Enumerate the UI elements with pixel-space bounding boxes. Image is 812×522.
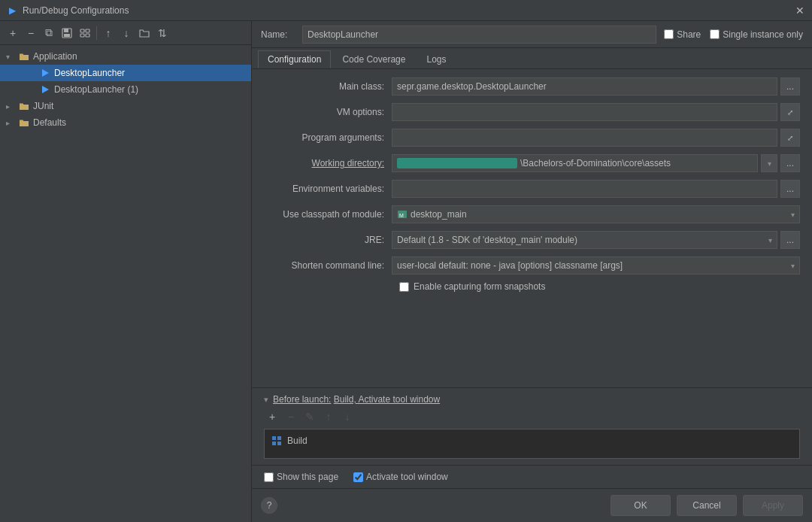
jre-label: JRE:: [264, 235, 392, 245]
enable-capturing-row: Enable capturing form snapshots: [264, 281, 800, 292]
svg-rect-6: [86, 34, 89, 37]
vm-options-input[interactable]: [392, 103, 777, 121]
svg-marker-7: [42, 69, 49, 77]
share-checkbox[interactable]: [664, 29, 674, 39]
working-dir-text: \Bachelors-of-Domination\core\assets: [520, 158, 671, 168]
name-label: Name:: [261, 29, 295, 40]
ok-button[interactable]: OK: [611, 495, 671, 516]
configuration-tree: ▾ Application DesktopLauncher: [0, 45, 251, 522]
before-launch-rest: Build, Activate tool window: [334, 394, 440, 405]
main-class-input-wrap: ...: [392, 77, 800, 96]
before-launch-underline: Before launch:: [273, 394, 331, 405]
single-instance-checkbox[interactable]: [710, 29, 720, 39]
classpath-select-wrapper[interactable]: M desktop_main ▾: [392, 205, 800, 223]
tree-item-desktoplauncher1[interactable]: DesktopLauncher (1): [0, 81, 251, 98]
program-args-input[interactable]: [392, 129, 777, 147]
before-launch-list: Build: [264, 429, 800, 459]
move-down-button[interactable]: ↓: [118, 25, 135, 41]
folder-button[interactable]: [136, 25, 153, 41]
before-launch-remove-button[interactable]: −: [283, 409, 299, 424]
program-args-input-wrap: ⤢: [392, 129, 800, 147]
activate-tool-checkbox[interactable]: [353, 472, 363, 482]
program-args-expand-button[interactable]: ⤢: [780, 129, 800, 147]
expand-arrow: ▾: [6, 53, 15, 61]
tabs-bar: Configuration Code Coverage Logs: [252, 48, 812, 69]
env-vars-input[interactable]: [392, 180, 777, 198]
vm-options-input-wrap: ⤢: [392, 103, 800, 121]
tree-item-application[interactable]: ▾ Application: [0, 48, 251, 65]
jre-browse-button[interactable]: ...: [780, 231, 800, 249]
before-launch-arrow[interactable]: ▾: [264, 395, 268, 405]
tree-item-defaults[interactable]: ▸ Defaults: [0, 114, 251, 131]
program-args-row: Program arguments: ⤢: [264, 128, 800, 147]
tree-item-desktoplauncher[interactable]: DesktopLauncher: [0, 65, 251, 81]
before-launch-add-button[interactable]: +: [264, 409, 280, 424]
config-content: Main class: ... VM options: ⤢ Program ar…: [252, 69, 812, 387]
help-button[interactable]: ?: [261, 497, 277, 514]
footer: ? OK Cancel Apply: [252, 488, 812, 522]
name-bar: Name: Share Single instance only: [252, 21, 812, 48]
svg-rect-5: [80, 34, 84, 37]
working-dir-browse-button[interactable]: ...: [780, 154, 800, 172]
before-launch-edit-button[interactable]: ✎: [301, 409, 318, 424]
before-launch-move-down-button[interactable]: ↓: [339, 409, 356, 424]
close-button[interactable]: ✕: [794, 5, 806, 17]
main-class-browse-button[interactable]: ...: [780, 77, 800, 96]
share-label: Share: [677, 29, 701, 40]
before-launch-toolbar: + − ✎ ↑ ↓: [264, 409, 800, 424]
run-config-icon: [39, 83, 51, 96]
cancel-button[interactable]: Cancel: [677, 495, 737, 516]
show-page-checkbox-group[interactable]: Show this page: [264, 472, 338, 482]
group-configuration-button[interactable]: [77, 25, 93, 41]
vm-options-expand-button[interactable]: ⤢: [780, 103, 800, 121]
before-launch-move-up-button[interactable]: ↑: [320, 409, 337, 424]
working-dir-input-wrap: \Bachelors-of-Domination\core\assets ▾ .…: [392, 154, 800, 172]
defaults-folder-icon: [18, 117, 30, 129]
tree-item-label: DesktopLauncher: [54, 68, 125, 78]
activate-tool-checkbox-group[interactable]: Activate tool window: [353, 472, 448, 482]
share-checkbox-group[interactable]: Share: [664, 29, 701, 40]
main-class-input[interactable]: [392, 77, 777, 96]
tree-item-junit[interactable]: ▸ JUnit: [0, 98, 251, 114]
junit-folder-icon: [18, 100, 30, 112]
tab-code-coverage[interactable]: Code Coverage: [332, 50, 415, 68]
remove-configuration-button[interactable]: −: [23, 25, 39, 41]
single-instance-label: Single instance only: [723, 29, 803, 40]
tree-item-label: DesktopLauncher (1): [54, 84, 138, 95]
working-dir-input[interactable]: \Bachelors-of-Domination\core\assets: [392, 154, 758, 172]
copy-configuration-button[interactable]: ⧉: [41, 25, 57, 41]
application-folder-icon: [18, 50, 30, 62]
tab-configuration[interactable]: Configuration: [258, 50, 331, 68]
env-vars-input-wrap: ...: [392, 180, 800, 198]
env-vars-browse-button[interactable]: ...: [780, 180, 800, 198]
run-config-icon: [39, 67, 51, 79]
vm-options-row: VM options: ⤢: [264, 102, 800, 122]
show-page-checkbox[interactable]: [264, 472, 274, 482]
enable-capturing-checkbox[interactable]: [399, 282, 409, 292]
right-panel: Name: Share Single instance only Configu…: [252, 21, 812, 522]
classpath-arrow: ▾: [791, 211, 795, 219]
enable-capturing-label: Enable capturing form snapshots: [414, 281, 545, 292]
single-instance-checkbox-group[interactable]: Single instance only: [710, 29, 803, 40]
program-args-label: Program arguments:: [264, 132, 392, 143]
save-configuration-button[interactable]: [59, 25, 75, 41]
classpath-row: Use classpath of module: M desktop_main: [264, 205, 800, 224]
apply-button[interactable]: Apply: [743, 495, 803, 516]
shorten-cmd-value: user-local default: none - java [options…: [397, 260, 623, 271]
before-launch-section: ▾ Before launch: Build, Activate tool wi…: [252, 387, 812, 465]
before-launch-build-item[interactable]: Build: [268, 432, 796, 449]
before-launch-build-label: Build: [287, 436, 308, 446]
svg-rect-11: [272, 436, 276, 440]
add-configuration-button[interactable]: +: [5, 25, 21, 41]
tab-logs[interactable]: Logs: [417, 50, 456, 68]
activate-tool-label: Activate tool window: [366, 472, 448, 482]
working-dir-dropdown-arrow[interactable]: ▾: [761, 154, 777, 172]
jre-row: JRE: Default (1.8 - SDK of 'desktop_main…: [264, 230, 800, 250]
svg-text:M: M: [399, 213, 404, 218]
title-bar: ▶ Run/Debug Configurations ✕: [0, 0, 812, 21]
expand-arrow: ▸: [6, 119, 15, 127]
sort-button[interactable]: ⇅: [154, 25, 171, 41]
name-input[interactable]: [302, 26, 656, 44]
working-dir-label: Working directory:: [264, 158, 392, 168]
move-up-button[interactable]: ↑: [100, 25, 117, 41]
